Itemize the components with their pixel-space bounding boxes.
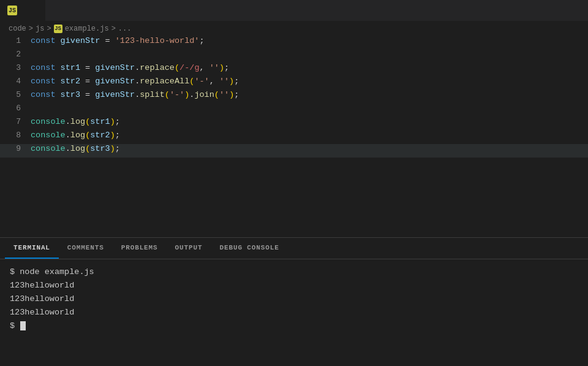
token-plain: ;	[234, 77, 239, 86]
line-content: const str1 = givenStr.replace(/-/g, '');	[31, 63, 229, 72]
token-plain: =	[80, 90, 95, 99]
token-kw: const	[31, 63, 61, 72]
panel-tab-terminal[interactable]: TERMINAL	[5, 238, 59, 259]
js-file-icon: JS	[7, 6, 17, 15]
token-kw: const	[31, 36, 61, 45]
token-regex: /-/g	[179, 63, 199, 72]
token-var: givenStr	[61, 36, 100, 45]
panel-tab-output[interactable]: OUTPUT	[167, 238, 211, 259]
token-plain: =	[80, 63, 95, 72]
code-line: 7console.log(str1);	[0, 117, 588, 131]
terminal-line: $ node example.js	[10, 265, 578, 279]
token-plain: =	[80, 77, 95, 86]
token-plain: =	[100, 36, 115, 45]
code-line: 5const str3 = givenStr.split('-').join('…	[0, 90, 588, 104]
breadcrumb-code[interactable]: code	[9, 25, 26, 33]
token-method: join	[194, 90, 214, 99]
panel-tab-debug-console[interactable]: DEBUG CONSOLE	[211, 238, 287, 259]
breadcrumb: code > js > JS example.js > ...	[0, 21, 588, 36]
breadcrumb-sep-2: >	[47, 25, 51, 33]
panel-tabs: TERMINALCOMMENTSPROBLEMSOUTPUTDEBUG CONS…	[0, 238, 588, 259]
panel-tab-comments[interactable]: COMMENTS	[59, 238, 113, 259]
terminal-line: 123helloworld	[10, 306, 578, 319]
token-var: str1	[61, 63, 80, 72]
terminal-line: 123helloworld	[10, 292, 578, 306]
line-number: 5	[0, 90, 31, 99]
editor: 1const givenStr = '123-hello-world';23co…	[0, 36, 588, 237]
token-console-var: console	[31, 131, 66, 140]
token-str: '-'	[194, 77, 209, 86]
token-plain: .	[66, 131, 70, 140]
token-plain: ;	[224, 63, 229, 72]
token-plain: ;	[234, 90, 239, 99]
token-var: givenStr	[95, 90, 135, 99]
token-str: '123-hello-world'	[115, 36, 200, 45]
code-line: 2	[0, 50, 588, 63]
token-var: str3	[61, 90, 80, 99]
token-str: ''	[219, 77, 229, 86]
line-number: 9	[0, 144, 31, 153]
line-content: const str3 = givenStr.split('-').join(''…	[31, 90, 239, 99]
code-area[interactable]: 1const givenStr = '123-hello-world';23co…	[0, 36, 588, 237]
terminal-cursor	[20, 321, 26, 330]
token-kw: const	[31, 90, 61, 99]
breadcrumb-js-icon: JS	[54, 25, 62, 33]
token-plain: ,	[209, 77, 219, 86]
token-paren: )	[110, 117, 115, 126]
code-line: 1const givenStr = '123-hello-world';	[0, 36, 588, 50]
line-number: 7	[0, 117, 31, 126]
panel-tab-problems[interactable]: PROBLEMS	[113, 238, 167, 259]
line-content: console.log(str2);	[31, 131, 120, 140]
token-paren: (	[214, 90, 219, 99]
token-method: log	[70, 144, 85, 153]
token-console-var: console	[31, 117, 66, 126]
panel: TERMINALCOMMENTSPROBLEMSOUTPUTDEBUG CONS…	[0, 237, 588, 366]
token-paren: )	[219, 63, 224, 72]
token-method: replaceAll	[140, 77, 189, 86]
token-plain: ;	[115, 131, 120, 140]
token-var: str2	[61, 77, 80, 86]
breadcrumb-ellipsis: ...	[118, 25, 132, 33]
breadcrumb-js[interactable]: js	[36, 25, 44, 33]
tab-example-js[interactable]: JS	[0, 0, 46, 21]
token-str: ''	[209, 63, 219, 72]
token-plain: ;	[115, 144, 120, 153]
line-content: const str2 = givenStr.replaceAll('-', ''…	[31, 77, 239, 86]
line-number: 8	[0, 131, 31, 140]
token-str: '-'	[170, 90, 184, 99]
token-plain: .	[66, 144, 70, 153]
line-number: 4	[0, 77, 31, 86]
token-plain: .	[66, 117, 70, 126]
code-line: 4const str2 = givenStr.replaceAll('-', '…	[0, 77, 588, 90]
line-number: 1	[0, 36, 31, 45]
code-line: 3const str1 = givenStr.replace(/-/g, '')…	[0, 63, 588, 77]
line-number: 2	[0, 50, 31, 59]
token-plain: ;	[199, 36, 204, 45]
token-method: replace	[140, 63, 175, 72]
token-console-var: console	[31, 144, 66, 153]
line-number: 6	[0, 104, 31, 113]
breadcrumb-sep-3: >	[111, 25, 116, 33]
token-method: split	[140, 90, 165, 99]
token-var: str1	[90, 117, 110, 126]
line-content: const givenStr = '123-hello-world';	[31, 36, 205, 45]
breadcrumb-filename[interactable]: example.js	[65, 25, 109, 33]
token-var: str3	[90, 144, 110, 153]
token-var: str2	[90, 131, 110, 140]
breadcrumb-sep-1: >	[29, 25, 33, 33]
tab-close-button[interactable]	[28, 6, 38, 15]
terminal-content[interactable]: $ node example.js123helloworld123hellowo…	[0, 259, 588, 366]
token-paren: )	[229, 77, 234, 86]
token-var: givenStr	[95, 77, 135, 86]
token-var: givenStr	[95, 63, 135, 72]
code-line: 8console.log(str2);	[0, 131, 588, 144]
terminal-line: 123helloworld	[10, 279, 578, 292]
token-str: ''	[219, 90, 229, 99]
token-method: log	[70, 131, 85, 140]
token-plain: ,	[199, 63, 209, 72]
token-paren: (	[175, 63, 179, 72]
tab-bar: JS	[0, 0, 588, 21]
token-method: log	[70, 117, 85, 126]
token-paren: (	[165, 90, 170, 99]
line-number: 3	[0, 63, 31, 72]
